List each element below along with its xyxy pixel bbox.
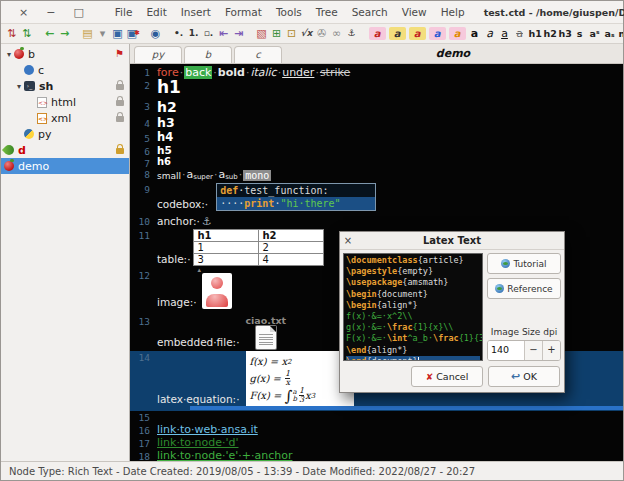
tree-node-xml[interactable]: <>xml (1, 110, 129, 126)
text-line-small-super-sub-mono[interactable]: 8 small·asuper·asub·mono (130, 168, 623, 183)
go-next-visited-node-icon[interactable]: ⇅ (21, 25, 33, 42)
attach-file-icon[interactable]: ✇ (316, 25, 328, 42)
link-to-web-ansa[interactable]: link·to·web·ansa.it (157, 423, 258, 436)
nav-back-icon[interactable]: ← (44, 25, 56, 42)
indent-right-icon[interactable]: ⇥ (233, 25, 245, 42)
dpi-decrease-button[interactable]: − (524, 341, 542, 360)
tree-node-demo[interactable]: demo (1, 158, 129, 174)
tab-c[interactable]: c (234, 46, 282, 63)
format-highlight-color-icon[interactable]: a (449, 27, 466, 40)
link-line[interactable]: 16link·to·web·ansa.it (130, 423, 623, 436)
window-maximize-button[interactable]: □ (73, 6, 83, 19)
text-line-h3[interactable]: 4 h3 (130, 117, 623, 132)
ok-button[interactable]: ↩OK (488, 366, 560, 387)
table-cell[interactable]: 1 (194, 242, 259, 254)
demo-table[interactable]: h1h21234 (193, 229, 324, 266)
format-underline-icon[interactable]: a (499, 25, 511, 42)
menu-tree[interactable]: Tree (309, 4, 345, 20)
reference-button[interactable]: Reference (487, 278, 561, 299)
cancel-button[interactable]: ✘Cancel (411, 366, 483, 387)
anchor-icon[interactable]: ⚓ (202, 215, 212, 228)
format-color-foreground-icon[interactable]: a (369, 27, 386, 40)
nav-forward-icon[interactable]: → (59, 25, 71, 42)
insert-link-icon[interactable]: ∞ (331, 25, 343, 42)
dpi-increase-button[interactable]: + (542, 341, 560, 360)
tree-node-b[interactable]: ▾b⚑ (1, 46, 129, 62)
link-to-node-e-anchor[interactable]: link·to·node·'e'·+·anchor (157, 449, 292, 461)
format-bold-icon[interactable]: a (469, 25, 481, 42)
menu-search[interactable]: Search (345, 4, 395, 20)
text-line-h4[interactable]: 5 h4 (130, 132, 623, 145)
embedded-file-widget[interactable]: ciao.txt (245, 315, 286, 349)
insert-latex-icon[interactable]: √x (301, 25, 313, 42)
link-to-node-d[interactable]: link·to·node·'d' (157, 436, 238, 449)
text-line-formats[interactable]: 1 fore·back·bold·italic·under·strike (130, 66, 623, 79)
dialog-close-button[interactable]: × (340, 235, 356, 246)
numbered-list-icon[interactable]: 1. (188, 25, 200, 42)
text-line-h5[interactable]: 6 h5 (130, 145, 623, 157)
tree-node-d[interactable]: d (1, 142, 129, 158)
link-line[interactable]: 18link·to·node·'e'·+·anchor (130, 449, 623, 461)
table-cell[interactable]: 3 (194, 254, 259, 266)
indent-left-icon[interactable]: ⇤ (218, 25, 230, 42)
todo-list-icon[interactable]: ▫. (203, 25, 215, 42)
insert-image-icon[interactable]: ▧ (256, 25, 268, 42)
tree-node-html[interactable]: <>html (1, 94, 129, 110)
insert-anchor-icon[interactable]: ⚓ (346, 25, 358, 42)
codebox-widget[interactable]: def·test_function: ····print·"hi·there" (216, 183, 376, 211)
menu-view[interactable]: View (395, 4, 434, 20)
format-color-background-icon[interactable]: a (389, 27, 406, 40)
format-fill-color-icon[interactable]: a (409, 27, 426, 40)
tree-node-sh[interactable]: ▾›_sh (1, 78, 129, 94)
table-cell[interactable]: 4 (259, 254, 324, 266)
link-line[interactable]: 17link·to·node·'d' (130, 436, 623, 449)
embedded-image[interactable]: ▴ (200, 269, 232, 309)
tree-node-c[interactable]: c (1, 62, 129, 78)
format-monospace-icon[interactable]: ms (619, 25, 624, 42)
save-icon[interactable]: ▣ (112, 25, 124, 42)
format-small-icon[interactable]: s (574, 25, 586, 42)
window-close-button[interactable]: × (19, 6, 28, 19)
text-line-h6[interactable]: 7 h6 (130, 157, 623, 168)
menu-insert[interactable]: Insert (174, 4, 218, 20)
window-minimize-button[interactable]: − (46, 6, 55, 19)
menu-edit[interactable]: Edit (139, 4, 173, 20)
format-subscript-icon[interactable]: aₛ (604, 25, 616, 42)
table-header-cell[interactable]: h2 (259, 230, 324, 242)
menu-format[interactable]: Format (218, 4, 269, 20)
heading-3-icon[interactable]: h3 (559, 25, 571, 42)
tab-b[interactable]: b (184, 46, 232, 63)
heading-2-icon[interactable]: h2 (544, 25, 556, 42)
latex-equation-image[interactable]: f(x) = x2 g(x) = 1x F(x) = ∫ab13x3 (246, 351, 354, 406)
tutorial-button[interactable]: Tutorial (487, 253, 561, 274)
format-font-color-icon[interactable]: a (429, 27, 446, 40)
heading-1-icon[interactable]: h1 (529, 25, 541, 42)
save-as-icon[interactable]: ▣✱ (127, 25, 139, 42)
table-header-cell[interactable]: h1 (194, 230, 259, 242)
format-italic-icon[interactable]: a (484, 25, 496, 42)
codebox-line[interactable]: 9 codebox:· def·test_function: ····print… (130, 183, 623, 215)
find-icon[interactable]: ◉ (150, 25, 162, 42)
format-strikethrough-icon[interactable]: a (514, 25, 526, 42)
text-line-h1[interactable]: 2 h1 (130, 79, 623, 100)
menu-file[interactable]: File (108, 4, 140, 20)
open-recent-dropdown-icon[interactable]: ▾ (97, 25, 109, 42)
insert-table-icon[interactable]: ⊞ (271, 25, 283, 42)
anchor-line[interactable]: 10 anchor:· ⚓ (130, 215, 623, 229)
go-prev-visited-node-icon[interactable]: ⇅ (6, 25, 18, 42)
dpi-value-field[interactable]: 140 (488, 341, 524, 360)
expander-icon[interactable]: ▾ (4, 50, 14, 59)
insert-codebox-icon[interactable]: ⊡ (286, 25, 298, 42)
tab-py[interactable]: py (134, 46, 182, 63)
table-cell[interactable]: 2 (259, 242, 324, 254)
expander-icon[interactable]: ▾ (14, 82, 24, 91)
empty-line[interactable]: 15 (130, 411, 623, 423)
latex-code-editor[interactable]: \documentclass{article}\pagestyle{empty}… (343, 253, 483, 361)
format-superscript-icon[interactable]: aˢ (589, 25, 601, 42)
tree-node-py[interactable]: py (1, 126, 129, 142)
text-line-h2[interactable]: 3 h2 (130, 100, 623, 117)
menu-help[interactable]: Help (434, 4, 472, 20)
open-file-icon[interactable]: ▤ (82, 25, 94, 42)
menu-tools[interactable]: Tools (269, 4, 309, 20)
bulleted-list-icon[interactable]: •. (173, 25, 185, 42)
